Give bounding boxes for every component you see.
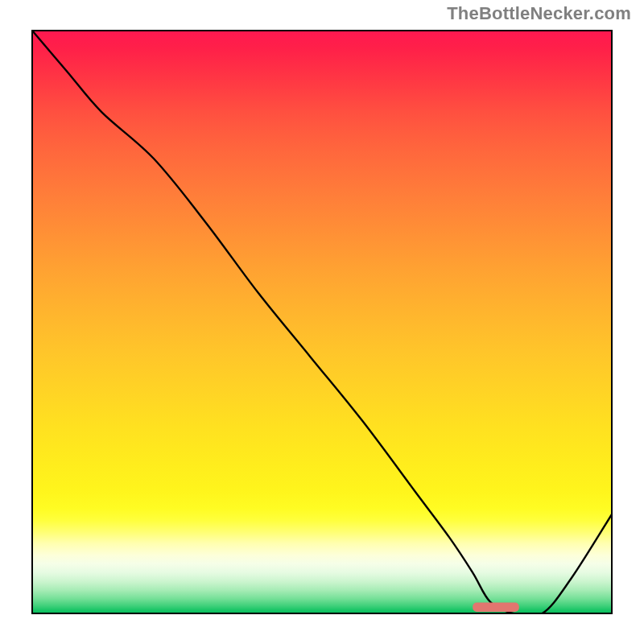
plot-area bbox=[32, 31, 612, 613]
watermark-label: TheBottleNecker.com bbox=[447, 3, 631, 24]
chart-container: TheBottleNecker.com bbox=[0, 0, 644, 644]
background-gradient bbox=[32, 31, 612, 613]
